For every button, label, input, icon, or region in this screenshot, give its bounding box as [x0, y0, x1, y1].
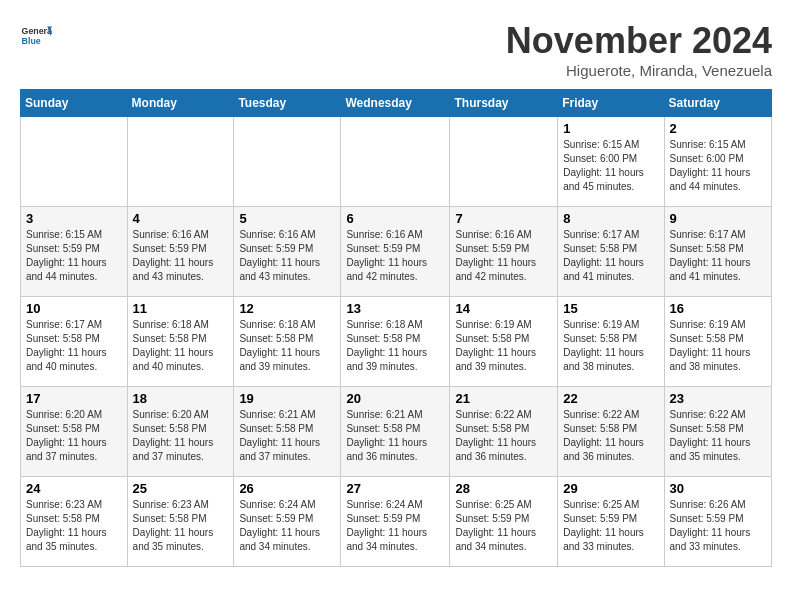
day-number: 15: [563, 301, 658, 316]
day-info: Sunrise: 6:15 AM Sunset: 6:00 PM Dayligh…: [670, 138, 766, 194]
day-number: 26: [239, 481, 335, 496]
calendar-cell: 5Sunrise: 6:16 AM Sunset: 5:59 PM Daylig…: [234, 207, 341, 297]
day-info: Sunrise: 6:16 AM Sunset: 5:59 PM Dayligh…: [455, 228, 552, 284]
calendar-cell: 3Sunrise: 6:15 AM Sunset: 5:59 PM Daylig…: [21, 207, 128, 297]
day-number: 9: [670, 211, 766, 226]
calendar-cell: 22Sunrise: 6:22 AM Sunset: 5:58 PM Dayli…: [558, 387, 664, 477]
day-info: Sunrise: 6:24 AM Sunset: 5:59 PM Dayligh…: [239, 498, 335, 554]
calendar-cell: 14Sunrise: 6:19 AM Sunset: 5:58 PM Dayli…: [450, 297, 558, 387]
calendar-cell: [450, 117, 558, 207]
day-number: 21: [455, 391, 552, 406]
day-info: Sunrise: 6:15 AM Sunset: 5:59 PM Dayligh…: [26, 228, 122, 284]
calendar-cell: 20Sunrise: 6:21 AM Sunset: 5:58 PM Dayli…: [341, 387, 450, 477]
day-info: Sunrise: 6:18 AM Sunset: 5:58 PM Dayligh…: [239, 318, 335, 374]
day-info: Sunrise: 6:16 AM Sunset: 5:59 PM Dayligh…: [239, 228, 335, 284]
calendar-cell: 28Sunrise: 6:25 AM Sunset: 5:59 PM Dayli…: [450, 477, 558, 567]
day-number: 7: [455, 211, 552, 226]
calendar-cell: [127, 117, 234, 207]
calendar-cell: 23Sunrise: 6:22 AM Sunset: 5:58 PM Dayli…: [664, 387, 771, 477]
calendar-cell: [21, 117, 128, 207]
day-number: 24: [26, 481, 122, 496]
calendar-cell: 10Sunrise: 6:17 AM Sunset: 5:58 PM Dayli…: [21, 297, 128, 387]
day-number: 20: [346, 391, 444, 406]
day-number: 1: [563, 121, 658, 136]
calendar-cell: 19Sunrise: 6:21 AM Sunset: 5:58 PM Dayli…: [234, 387, 341, 477]
weekday-header-tuesday: Tuesday: [234, 90, 341, 117]
calendar-cell: [234, 117, 341, 207]
calendar-cell: 27Sunrise: 6:24 AM Sunset: 5:59 PM Dayli…: [341, 477, 450, 567]
day-info: Sunrise: 6:26 AM Sunset: 5:59 PM Dayligh…: [670, 498, 766, 554]
day-number: 5: [239, 211, 335, 226]
day-number: 28: [455, 481, 552, 496]
day-number: 30: [670, 481, 766, 496]
svg-text:General: General: [22, 26, 52, 36]
calendar-cell: 12Sunrise: 6:18 AM Sunset: 5:58 PM Dayli…: [234, 297, 341, 387]
day-info: Sunrise: 6:19 AM Sunset: 5:58 PM Dayligh…: [455, 318, 552, 374]
month-title: November 2024: [506, 20, 772, 62]
day-number: 16: [670, 301, 766, 316]
day-number: 14: [455, 301, 552, 316]
calendar-cell: 13Sunrise: 6:18 AM Sunset: 5:58 PM Dayli…: [341, 297, 450, 387]
day-info: Sunrise: 6:23 AM Sunset: 5:58 PM Dayligh…: [133, 498, 229, 554]
day-info: Sunrise: 6:23 AM Sunset: 5:58 PM Dayligh…: [26, 498, 122, 554]
day-info: Sunrise: 6:18 AM Sunset: 5:58 PM Dayligh…: [346, 318, 444, 374]
calendar-cell: 7Sunrise: 6:16 AM Sunset: 5:59 PM Daylig…: [450, 207, 558, 297]
day-number: 11: [133, 301, 229, 316]
day-number: 23: [670, 391, 766, 406]
calendar-cell: 26Sunrise: 6:24 AM Sunset: 5:59 PM Dayli…: [234, 477, 341, 567]
day-number: 12: [239, 301, 335, 316]
day-info: Sunrise: 6:16 AM Sunset: 5:59 PM Dayligh…: [346, 228, 444, 284]
day-info: Sunrise: 6:21 AM Sunset: 5:58 PM Dayligh…: [239, 408, 335, 464]
day-info: Sunrise: 6:22 AM Sunset: 5:58 PM Dayligh…: [455, 408, 552, 464]
day-number: 8: [563, 211, 658, 226]
weekday-header-friday: Friday: [558, 90, 664, 117]
title-block: November 2024 Higuerote, Miranda, Venezu…: [506, 20, 772, 79]
day-info: Sunrise: 6:25 AM Sunset: 5:59 PM Dayligh…: [563, 498, 658, 554]
day-info: Sunrise: 6:22 AM Sunset: 5:58 PM Dayligh…: [670, 408, 766, 464]
day-number: 25: [133, 481, 229, 496]
calendar-cell: 4Sunrise: 6:16 AM Sunset: 5:59 PM Daylig…: [127, 207, 234, 297]
day-info: Sunrise: 6:25 AM Sunset: 5:59 PM Dayligh…: [455, 498, 552, 554]
day-number: 3: [26, 211, 122, 226]
location: Higuerote, Miranda, Venezuela: [506, 62, 772, 79]
weekday-header-monday: Monday: [127, 90, 234, 117]
day-info: Sunrise: 6:15 AM Sunset: 6:00 PM Dayligh…: [563, 138, 658, 194]
day-number: 2: [670, 121, 766, 136]
calendar-cell: 15Sunrise: 6:19 AM Sunset: 5:58 PM Dayli…: [558, 297, 664, 387]
calendar-cell: 16Sunrise: 6:19 AM Sunset: 5:58 PM Dayli…: [664, 297, 771, 387]
calendar-cell: 17Sunrise: 6:20 AM Sunset: 5:58 PM Dayli…: [21, 387, 128, 477]
day-info: Sunrise: 6:24 AM Sunset: 5:59 PM Dayligh…: [346, 498, 444, 554]
logo-icon: General Blue: [20, 20, 52, 52]
day-info: Sunrise: 6:18 AM Sunset: 5:58 PM Dayligh…: [133, 318, 229, 374]
logo: General Blue: [20, 20, 52, 52]
calendar-cell: [341, 117, 450, 207]
day-number: 10: [26, 301, 122, 316]
calendar-cell: 1Sunrise: 6:15 AM Sunset: 6:00 PM Daylig…: [558, 117, 664, 207]
page-header: General Blue November 2024 Higuerote, Mi…: [20, 20, 772, 79]
weekday-header-sunday: Sunday: [21, 90, 128, 117]
day-info: Sunrise: 6:19 AM Sunset: 5:58 PM Dayligh…: [563, 318, 658, 374]
day-number: 13: [346, 301, 444, 316]
day-info: Sunrise: 6:20 AM Sunset: 5:58 PM Dayligh…: [26, 408, 122, 464]
calendar-cell: 11Sunrise: 6:18 AM Sunset: 5:58 PM Dayli…: [127, 297, 234, 387]
svg-text:Blue: Blue: [22, 36, 41, 46]
day-info: Sunrise: 6:21 AM Sunset: 5:58 PM Dayligh…: [346, 408, 444, 464]
day-number: 17: [26, 391, 122, 406]
weekday-header-thursday: Thursday: [450, 90, 558, 117]
day-number: 6: [346, 211, 444, 226]
calendar-cell: 2Sunrise: 6:15 AM Sunset: 6:00 PM Daylig…: [664, 117, 771, 207]
calendar-cell: 24Sunrise: 6:23 AM Sunset: 5:58 PM Dayli…: [21, 477, 128, 567]
day-number: 4: [133, 211, 229, 226]
day-number: 19: [239, 391, 335, 406]
calendar-cell: 18Sunrise: 6:20 AM Sunset: 5:58 PM Dayli…: [127, 387, 234, 477]
day-number: 29: [563, 481, 658, 496]
calendar-cell: 25Sunrise: 6:23 AM Sunset: 5:58 PM Dayli…: [127, 477, 234, 567]
weekday-header-saturday: Saturday: [664, 90, 771, 117]
day-info: Sunrise: 6:19 AM Sunset: 5:58 PM Dayligh…: [670, 318, 766, 374]
weekday-header-wednesday: Wednesday: [341, 90, 450, 117]
day-info: Sunrise: 6:17 AM Sunset: 5:58 PM Dayligh…: [670, 228, 766, 284]
day-number: 22: [563, 391, 658, 406]
calendar-cell: 9Sunrise: 6:17 AM Sunset: 5:58 PM Daylig…: [664, 207, 771, 297]
day-info: Sunrise: 6:17 AM Sunset: 5:58 PM Dayligh…: [26, 318, 122, 374]
calendar-cell: 29Sunrise: 6:25 AM Sunset: 5:59 PM Dayli…: [558, 477, 664, 567]
